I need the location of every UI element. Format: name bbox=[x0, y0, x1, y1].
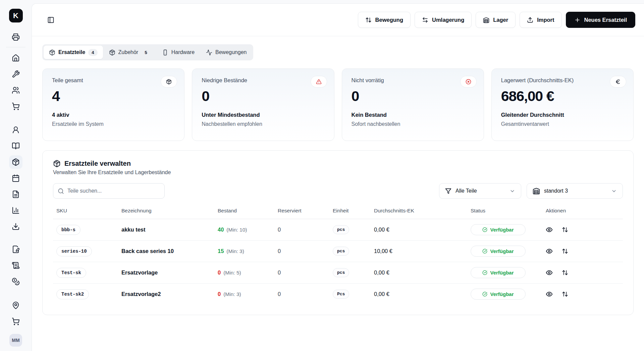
movement-button[interactable] bbox=[562, 269, 568, 276]
stat-cards: Teile gesamt44 aktivErsatzteile im Syste… bbox=[42, 68, 634, 141]
sidebar-item-download[interactable] bbox=[9, 220, 22, 233]
arrow-up-down-icon bbox=[562, 291, 568, 297]
sidebar-divider bbox=[6, 47, 25, 47]
sidebar-item-printer[interactable] bbox=[9, 30, 22, 44]
stat-caption: Gesamtinventarwert bbox=[501, 121, 624, 127]
bewegung-button[interactable]: Bewegung bbox=[358, 12, 411, 28]
column-header: Aktionen bbox=[546, 208, 623, 219]
circle-check-icon bbox=[482, 270, 487, 275]
user-round-icon bbox=[12, 126, 20, 134]
view-button[interactable] bbox=[546, 226, 553, 233]
stat-icon-pill bbox=[311, 76, 327, 88]
reserved-value: 0 bbox=[278, 291, 281, 297]
new-part-button[interactable]: Neues Ersatzteil bbox=[566, 12, 635, 28]
tab-badge: 4 bbox=[88, 49, 98, 56]
circle-check-icon bbox=[482, 227, 487, 232]
sidebar-item-user-round[interactable] bbox=[9, 123, 22, 137]
status-label: Verfügbar bbox=[490, 248, 514, 254]
button-label: Umlagerung bbox=[432, 17, 464, 23]
package-icon bbox=[109, 49, 115, 56]
stat-label: Nicht vorrätig bbox=[352, 77, 474, 84]
table-row: series-10Back case series 1015(Min: 3)0p… bbox=[53, 241, 623, 262]
filter-dropdown-parts[interactable]: Alle Teile bbox=[439, 183, 521, 199]
view-button[interactable] bbox=[546, 291, 553, 298]
stat-label: Teile gesamt bbox=[52, 77, 175, 84]
sidebar-item-shopping-cart[interactable] bbox=[9, 100, 22, 113]
warehouse-icon bbox=[533, 187, 540, 195]
button-label: Lager bbox=[493, 17, 508, 23]
parts-management-card: Ersatzteile verwalten Verwalten Sie Ihre… bbox=[42, 150, 634, 315]
movement-button[interactable] bbox=[562, 227, 568, 233]
sidebar-item-chart-column[interactable] bbox=[9, 204, 22, 217]
column-header: Bezeichnung bbox=[121, 208, 218, 219]
umlagerung-button[interactable]: Umlagerung bbox=[415, 12, 472, 28]
filter-dropdown-location[interactable]: standort 3 bbox=[527, 183, 623, 199]
sidebar-item-map-pin[interactable] bbox=[9, 299, 22, 312]
file-pen-icon bbox=[12, 245, 20, 253]
movement-button[interactable] bbox=[562, 291, 568, 297]
view-button[interactable] bbox=[546, 269, 553, 276]
sidebar-item-wrench[interactable] bbox=[9, 67, 22, 81]
sidebar-item-book-open[interactable] bbox=[9, 139, 22, 153]
sku-badge: Test-sk2 bbox=[56, 289, 89, 299]
eye-icon bbox=[546, 226, 553, 233]
funnel-icon bbox=[445, 188, 451, 194]
column-header: Status bbox=[471, 208, 546, 219]
wrench-icon bbox=[12, 70, 20, 78]
plus-icon bbox=[574, 17, 581, 23]
section-title: Ersatzteile verwalten bbox=[64, 160, 131, 167]
column-header: Einheit bbox=[333, 208, 374, 219]
avg-price: 10,00 € bbox=[374, 248, 392, 254]
stock-value: 0 bbox=[218, 291, 221, 297]
tab-zubehör[interactable]: Zubehör5 bbox=[104, 46, 156, 59]
sidebar-item-calendar[interactable] bbox=[9, 171, 22, 185]
smartphone-icon bbox=[162, 49, 168, 56]
tab-hardware[interactable]: Hardware bbox=[157, 46, 200, 59]
reserved-value: 0 bbox=[278, 269, 281, 275]
sidebar-toggle-button[interactable] bbox=[44, 13, 57, 26]
column-header: Reserviert bbox=[278, 208, 333, 219]
unit-badge: pcs bbox=[333, 268, 349, 277]
sidebar-item-shopping-cart[interactable] bbox=[9, 315, 22, 328]
movement-button[interactable] bbox=[562, 248, 568, 254]
search-input[interactable] bbox=[67, 188, 160, 194]
view-button[interactable] bbox=[546, 248, 553, 255]
min-stock: (Min: 10) bbox=[226, 227, 247, 233]
sidebar-item-file-text[interactable] bbox=[9, 188, 22, 201]
status-label: Verfügbar bbox=[490, 270, 514, 275]
app-logo[interactable]: K bbox=[9, 9, 23, 22]
import-button[interactable]: Import bbox=[520, 12, 561, 28]
tab-bewegungen[interactable]: Bewegungen bbox=[201, 46, 252, 59]
parts-table: SKUBezeichnungBestandReserviertEinheitDu… bbox=[53, 208, 623, 305]
sidebar-item-coins[interactable] bbox=[9, 275, 22, 288]
search-box[interactable] bbox=[53, 183, 165, 199]
sidebar-item-users[interactable] bbox=[9, 84, 22, 97]
stat-card-2: Nicht vorrätig0Kein BestandSofort nachbe… bbox=[342, 68, 484, 141]
column-header: SKU bbox=[53, 208, 121, 219]
stat-caption: Sofort nachbestellen bbox=[352, 121, 474, 127]
reserved-value: 0 bbox=[278, 227, 281, 233]
min-stock: (Min: 5) bbox=[223, 270, 241, 275]
activity-icon bbox=[206, 49, 212, 56]
filter-label: Alle Teile bbox=[455, 188, 477, 194]
part-name: akku test bbox=[121, 227, 146, 233]
file-text-icon bbox=[12, 190, 20, 198]
sidebar-item-package[interactable] bbox=[9, 155, 22, 169]
sidebar-item-house[interactable] bbox=[9, 51, 22, 65]
stat-value: 4 bbox=[52, 88, 175, 104]
table-row: Test-sk2Ersatzvorlage20(Min: 3)0Pcs0,00 … bbox=[53, 284, 623, 305]
tab-ersatzteile[interactable]: Ersatzteile4 bbox=[44, 46, 103, 59]
stock-value: 40 bbox=[218, 227, 224, 233]
lager-button[interactable]: Lager bbox=[476, 12, 516, 28]
stat-card-1: Niedrige Bestände0Unter MindestbestandNa… bbox=[192, 68, 334, 141]
users-icon bbox=[12, 86, 20, 94]
min-stock: (Min: 3) bbox=[223, 291, 241, 297]
scroll-text-icon bbox=[12, 261, 20, 269]
stat-caption: Ersatzteile im System bbox=[52, 121, 175, 127]
part-name: Ersatzvorlage bbox=[121, 269, 158, 275]
stat-card-3: Lagerwert (Durchschnitts-EK)686,00 €Glei… bbox=[491, 68, 634, 141]
sidebar-item-file-pen[interactable] bbox=[9, 243, 22, 256]
sidebar-item-scroll-text[interactable] bbox=[9, 259, 22, 272]
coins-icon bbox=[12, 278, 20, 286]
user-avatar[interactable]: MM bbox=[9, 334, 22, 347]
